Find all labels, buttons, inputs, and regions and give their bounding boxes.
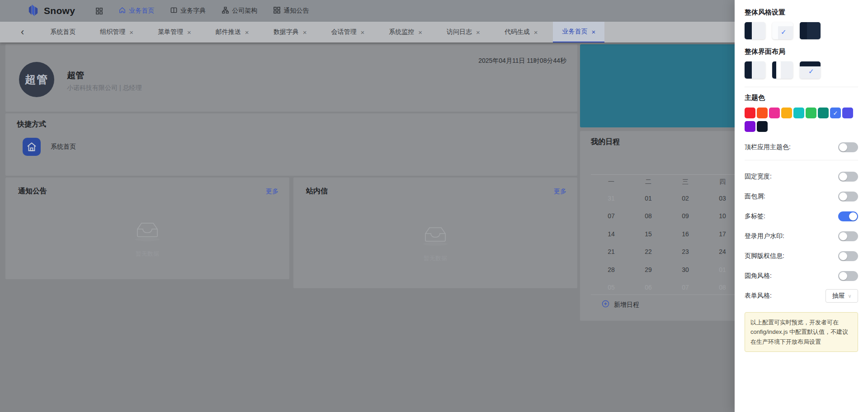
divider: [745, 160, 858, 160]
setting-row-页脚版权信息: 页脚版权信息:: [745, 246, 858, 266]
setting-label: 圆角风格:: [745, 272, 772, 280]
theme-color-swatch-eb2f96[interactable]: [769, 108, 780, 118]
style-option-dark[interactable]: [800, 22, 821, 39]
form-style-select[interactable]: 抽屉 ∨: [826, 289, 858, 303]
style-section-title: 整体风格设置: [745, 8, 858, 17]
setting-label: 面包屑:: [745, 192, 765, 201]
divider: [745, 87, 858, 87]
style-option-light-selected[interactable]: ✓: [772, 22, 793, 39]
setting-toggle[interactable]: [838, 251, 858, 261]
theme-color-swatch-f5222d[interactable]: [745, 108, 755, 118]
layout-options: ✓: [745, 61, 858, 79]
chevron-down-icon: ∨: [848, 293, 851, 299]
setting-row-form-style: 表单风格: 抽屉 ∨: [745, 286, 858, 306]
theme-color-swatch-fa541c[interactable]: [757, 108, 768, 118]
theme-color-swatch-504fe8[interactable]: [842, 108, 853, 118]
theme-color-swatch-faad14[interactable]: [781, 108, 792, 118]
layout-option-side[interactable]: [745, 61, 765, 79]
setting-row-固定宽度: 固定宽度:: [745, 167, 858, 187]
setting-row-登录用户水印: 登录用户水印:: [745, 226, 858, 246]
setting-toggle[interactable]: [838, 231, 858, 241]
setting-label: 表单风格:: [745, 292, 772, 300]
setting-toggle[interactable]: [838, 211, 858, 221]
setting-label: 固定宽度:: [745, 173, 772, 181]
setting-toggle[interactable]: [838, 192, 858, 201]
setting-row-面包屑: 面包屑:: [745, 187, 858, 206]
theme-color-swatch-0b8a76[interactable]: [818, 108, 829, 118]
setting-label: 页脚版权信息:: [745, 252, 784, 260]
theme-color-swatch-7c0fd6[interactable]: [745, 121, 755, 132]
theme-color-swatch-2fc25b[interactable]: [806, 108, 816, 118]
setting-row-圆角风格: 圆角风格:: [745, 266, 858, 286]
form-style-value: 抽屉: [832, 292, 844, 300]
setting-label: 多标签:: [745, 212, 765, 220]
settings-toggle-list: 固定宽度:面包屑:多标签:登录用户水印:页脚版权信息:圆角风格:: [745, 167, 858, 286]
setting-toggle[interactable]: [838, 172, 858, 182]
layout-settings-drawer: 整体风格设置 ✓ 整体界面布局 ✓ 主题色 ✓ 顶栏应用主题色: 固定宽度:面包…: [735, 0, 868, 412]
layout-section-title: 整体界面布局: [745, 47, 858, 56]
style-option-light-side[interactable]: [745, 22, 765, 39]
theme-color-swatch-13c2c2[interactable]: [793, 108, 804, 118]
style-options: ✓: [745, 22, 858, 39]
theme-color-swatch-selected[interactable]: ✓: [830, 108, 841, 118]
settings-note: 以上配置可实时预览，开发者可在 config/index.js 中配置默认值，不…: [745, 312, 858, 352]
drawer-mask[interactable]: [0, 0, 735, 412]
theme-color-swatches: ✓: [745, 108, 858, 135]
theme-color-title: 主题色: [745, 94, 858, 102]
setting-label: 登录用户水印:: [745, 232, 784, 240]
setting-row-多标签: 多标签:: [745, 206, 858, 226]
layout-option-top-selected[interactable]: ✓: [800, 61, 821, 79]
layout-option-side-mix[interactable]: [772, 61, 793, 79]
setting-label: 顶栏应用主题色:: [745, 143, 791, 151]
theme-color-swatch-0d1726[interactable]: [757, 121, 768, 132]
setting-row-topbar-theme: 顶栏应用主题色:: [745, 137, 858, 157]
setting-toggle[interactable]: [838, 271, 858, 281]
topbar-theme-toggle[interactable]: [838, 142, 858, 152]
